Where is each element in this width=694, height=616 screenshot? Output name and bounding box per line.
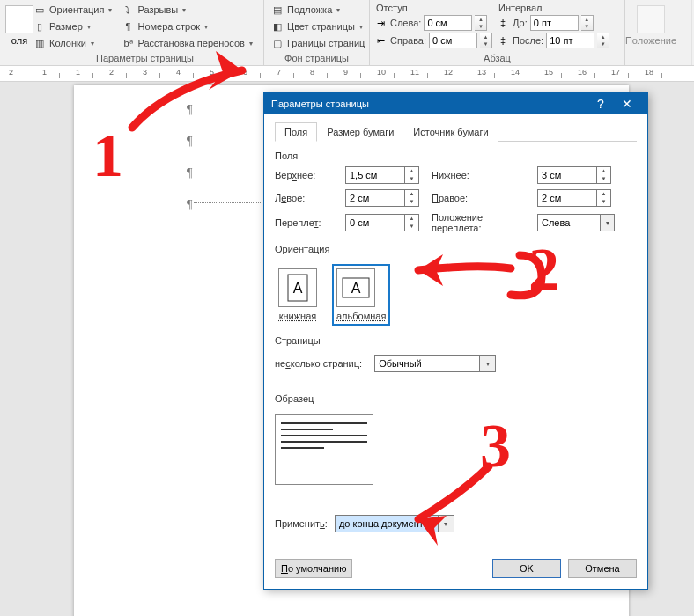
tab-paper[interactable]: Размер бумаги — [317, 122, 403, 142]
preview-thumbnail — [275, 414, 373, 485]
pilcrow-mark: ¶ — [187, 103, 192, 117]
pages-legend: Страницы — [275, 335, 321, 346]
spacing-before-icon: ‡ — [496, 16, 510, 30]
pilcrow-mark: ¶ — [187, 166, 192, 180]
watermark-icon: ▤ — [270, 3, 284, 17]
gutter-pos-label: Положение переплета: — [432, 212, 528, 233]
margins-legend: Поля — [275, 150, 298, 161]
svg-text:A: A — [351, 281, 361, 296]
close-button[interactable]: ✕ — [614, 97, 640, 111]
page-color-button[interactable]: ◧Цвет страницы▾ — [268, 18, 367, 34]
chevron-down-icon: ▾ — [91, 40, 94, 48]
spacing-before-input[interactable] — [530, 15, 579, 31]
chevron-down-icon: ▾ — [182, 6, 186, 14]
group-label-page-setup: Параметры страницы — [30, 51, 260, 65]
bottom-margin-input[interactable] — [537, 166, 597, 184]
page-setup-dialog: Параметры страницы ? ✕ Поля Размер бумаг… — [263, 92, 648, 590]
indent-right-icon: ⇤ — [373, 33, 388, 48]
size-button[interactable]: ▯Размер▾ — [30, 18, 114, 34]
bottom-margin-label: Нижнее: — [432, 170, 528, 180]
ok-button[interactable]: OK — [492, 559, 561, 578]
dialog-tabs: Поля Размер бумаги Источник бумаги — [275, 121, 637, 142]
top-margin-input[interactable] — [345, 166, 405, 184]
indent-title: Отступ — [373, 2, 492, 14]
spinner[interactable]: ▲▼ — [597, 166, 611, 184]
page-borders-icon: ▢ — [270, 36, 284, 50]
orientation-landscape[interactable]: A альбомная — [333, 265, 389, 325]
orientation-icon: ▭ — [33, 3, 47, 17]
top-margin-label: Верхнее: — [275, 170, 336, 180]
columns-icon: ▥ — [33, 36, 47, 50]
gutter-input[interactable] — [345, 214, 405, 231]
spinner[interactable]: ▲▼ — [480, 33, 492, 48]
spinner[interactable]: ▲▼ — [405, 189, 419, 207]
watermark-button[interactable]: ▤Подложка▾ — [268, 2, 367, 18]
position-icon — [637, 5, 665, 33]
chevron-down-icon[interactable]: ▾ — [439, 515, 454, 532]
page-color-icon: ◧ — [270, 19, 284, 33]
spinner[interactable]: ▲▼ — [405, 214, 419, 231]
orientation-portrait[interactable]: A книжная — [275, 265, 321, 325]
indent-left-label: Слева: — [390, 18, 421, 28]
apply-to-select[interactable] — [335, 515, 439, 532]
spacing-before-label: До: — [513, 18, 528, 28]
multi-pages-label: несколько страниц: — [275, 358, 362, 369]
preview-legend: Образец — [275, 393, 314, 404]
indent-left-input[interactable] — [424, 15, 472, 31]
spacing-after-label: После: — [513, 35, 543, 46]
group-label-paragraph: Абзац — [373, 51, 621, 65]
spinner[interactable]: ▲▼ — [581, 15, 594, 31]
position-button[interactable]: Положение — [629, 2, 673, 65]
gutter-pos-select[interactable] — [537, 214, 601, 231]
tab-source[interactable]: Источник бумаги — [403, 122, 498, 142]
right-margin-label: Правое: — [432, 193, 528, 203]
chevron-down-icon[interactable]: ▾ — [480, 355, 496, 372]
breaks-button[interactable]: ⤵Разрывы▾ — [118, 2, 255, 18]
chevron-down-icon: ▾ — [108, 6, 112, 14]
line-numbers-icon: ¶ — [121, 19, 135, 33]
orientation-legend: Ориентация — [275, 244, 329, 254]
right-margin-input[interactable] — [537, 189, 597, 207]
hyphenation-icon: bᵃ — [121, 36, 135, 50]
line-numbers-button[interactable]: ¶Номера строк▾ — [118, 18, 255, 34]
default-button[interactable]: По умолчанию — [275, 559, 352, 578]
left-margin-label: Левое: — [275, 193, 336, 203]
chevron-down-icon: ▾ — [359, 23, 363, 31]
page-borders-button[interactable]: ▢Границы страниц — [268, 35, 367, 51]
pages-fieldset: Страницы несколько страниц: ▾ — [275, 335, 637, 372]
apply-to-label: Применить: — [275, 518, 328, 529]
cancel-button[interactable]: Отмена — [568, 559, 637, 578]
indent-left-icon: ⇥ — [373, 16, 388, 30]
pilcrow-mark: ¶ — [187, 198, 192, 212]
columns-button[interactable]: ▥Колонки▾ — [30, 35, 114, 51]
indent-right-label: Справа: — [390, 35, 426, 46]
spacing-title: Интервал — [496, 2, 609, 14]
dialog-title: Параметры страницы — [271, 99, 587, 109]
dialog-titlebar[interactable]: Параметры страницы ? ✕ — [264, 93, 647, 114]
size-icon: ▯ — [33, 19, 47, 33]
spinner[interactable]: ▲▼ — [597, 33, 609, 48]
tab-margins[interactable]: Поля — [275, 122, 317, 142]
hyphenation-button[interactable]: bᵃРасстановка переносов▾ — [118, 35, 255, 51]
spinner[interactable]: ▲▼ — [597, 189, 611, 207]
indent-right-input[interactable] — [429, 33, 477, 48]
ribbon-group-paragraph: Отступ ⇥Слева:▲▼ ⇤Справа:▲▼ Интервал ‡До… — [370, 0, 625, 65]
chevron-down-icon: ▾ — [87, 23, 91, 31]
spacing-after-input[interactable] — [546, 33, 594, 48]
breaks-icon: ⤵ — [121, 3, 135, 17]
multi-pages-select[interactable] — [374, 355, 480, 372]
chevron-down-icon: ▾ — [336, 6, 340, 14]
chevron-down-icon: ▾ — [249, 40, 253, 48]
chevron-down-icon[interactable]: ▾ — [601, 214, 615, 231]
help-button[interactable]: ? — [587, 97, 614, 111]
svg-text:A: A — [293, 281, 303, 296]
left-margin-input[interactable] — [345, 189, 405, 207]
margins-fieldset: Поля Верхнее: ▲▼ Нижнее: ▲▼ Левое: ▲▼ Пр… — [275, 150, 637, 233]
pilcrow-mark: ¶ — [187, 135, 192, 149]
spinner[interactable]: ▲▼ — [475, 15, 487, 31]
spinner[interactable]: ▲▼ — [405, 166, 419, 184]
orientation-button[interactable]: ▭Ориентация▾ — [30, 2, 114, 18]
chevron-down-icon: ▾ — [204, 23, 208, 31]
ruler[interactable]: 21123456789101112131415161718 — [0, 66, 694, 82]
ribbon-group-arrange: Положение — [625, 0, 692, 65]
